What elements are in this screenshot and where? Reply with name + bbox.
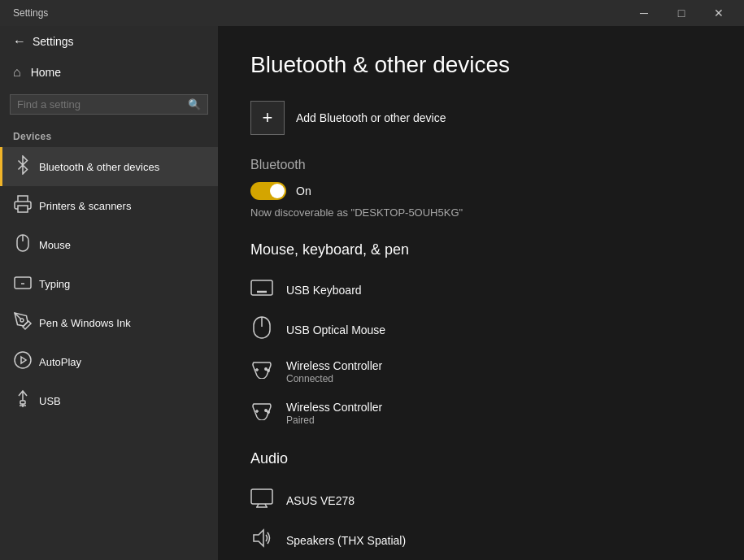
svg-rect-15 [251, 280, 272, 295]
sidebar-item-mouse-label: Mouse [39, 239, 71, 251]
svg-rect-14 [20, 401, 25, 404]
back-arrow-icon: ← [13, 34, 26, 49]
sidebar-item-bluetooth[interactable]: Bluetooth & other devices [0, 147, 218, 186]
asus-monitor-name: ASUS VE278 [286, 494, 355, 507]
audio-section-title: Audio [250, 450, 711, 467]
bluetooth-toggle[interactable] [250, 182, 286, 200]
plus-icon: + [263, 107, 273, 128]
asus-monitor-info: ASUS VE278 [286, 494, 355, 507]
sidebar-item-autoplay[interactable]: AutoPlay [0, 342, 218, 381]
gamepad-icon-2 [250, 402, 273, 424]
device-item-asus-monitor[interactable]: ASUS VE278 [250, 480, 711, 520]
svg-point-31 [265, 368, 267, 370]
toggle-knob [270, 184, 285, 198]
printer-icon [13, 194, 29, 217]
controller1-name: Wireless Controller [286, 359, 382, 372]
main-layout: ← Settings ⌂ Home 🔍 Devices Bluetooth & … [0, 26, 744, 560]
toggle-label: On [296, 184, 311, 198]
search-box[interactable]: 🔍 [10, 94, 208, 115]
svg-rect-37 [251, 489, 272, 504]
autoplay-icon [13, 350, 29, 373]
svg-point-35 [265, 410, 267, 411]
svg-marker-13 [21, 357, 26, 363]
bluetooth-icon [13, 155, 29, 178]
sidebar-item-mouse[interactable]: Mouse [0, 225, 218, 264]
mouse-icon [13, 233, 29, 256]
device-item-controller2[interactable]: Wireless Controller Paired [250, 393, 711, 434]
svg-point-36 [268, 411, 269, 413]
title-bar: Settings ─ □ ✕ [0, 0, 744, 26]
usb-keyboard-info: USB Keyboard [286, 284, 362, 297]
mouse-device-icon [250, 316, 273, 343]
svg-marker-41 [254, 530, 263, 546]
sidebar-item-usb[interactable]: USB [0, 381, 218, 420]
controller2-name: Wireless Controller [286, 401, 382, 414]
sidebar-item-pen[interactable]: Pen & Windows Ink [0, 303, 218, 342]
speaker-icon [250, 528, 273, 552]
add-device-icon-box: + [250, 101, 285, 135]
home-icon: ⌂ [13, 65, 21, 80]
window-controls: ─ □ ✕ [625, 0, 737, 26]
sidebar-title: Settings [33, 35, 74, 48]
svg-rect-3 [15, 277, 31, 289]
page-title: Bluetooth & other devices [250, 52, 711, 78]
sidebar-item-printers-label: Printers & scanners [39, 200, 131, 212]
back-button[interactable]: ← Settings [0, 26, 218, 57]
speakers-info: Speakers (THX Spatial) [286, 534, 406, 547]
device-item-speakers[interactable]: Speakers (THX Spatial) [250, 520, 711, 560]
add-device-label: Add Bluetooth or other device [296, 111, 446, 124]
controller2-status: Paired [286, 415, 382, 426]
app-title: Settings [13, 7, 625, 19]
sidebar: ← Settings ⌂ Home 🔍 Devices Bluetooth & … [0, 26, 218, 560]
svg-point-32 [268, 370, 269, 371]
usb-icon [13, 389, 29, 412]
svg-rect-0 [18, 206, 28, 212]
usb-mouse-name: USB Optical Mouse [286, 323, 385, 336]
speakers-name: Speakers (THX Spatial) [286, 534, 406, 547]
bluetooth-section-heading: Bluetooth [250, 158, 711, 172]
controller2-info: Wireless Controller Paired [286, 401, 382, 426]
minimize-button[interactable]: ─ [625, 0, 663, 26]
usb-keyboard-name: USB Keyboard [286, 284, 362, 297]
mouse-keyboard-section-title: Mouse, keyboard, & pen [250, 241, 711, 258]
bluetooth-toggle-row: On [250, 182, 711, 200]
sidebar-item-typing-label: Typing [39, 278, 70, 290]
usb-mouse-info: USB Optical Mouse [286, 323, 385, 336]
add-device-button[interactable]: + Add Bluetooth or other device [250, 101, 711, 135]
sidebar-item-autoplay-label: AutoPlay [39, 356, 81, 368]
sidebar-item-home[interactable]: ⌂ Home [0, 57, 218, 88]
sidebar-item-bluetooth-label: Bluetooth & other devices [39, 161, 159, 173]
home-label: Home [31, 66, 61, 79]
svg-point-11 [20, 319, 24, 322]
content-area: Bluetooth & other devices + Add Bluetoot… [218, 26, 744, 560]
pen-icon [13, 311, 29, 334]
search-input[interactable] [17, 98, 183, 111]
controller1-info: Wireless Controller Connected [286, 359, 382, 384]
gamepad-icon-1 [250, 361, 273, 383]
controller1-status: Connected [286, 373, 382, 384]
sidebar-item-typing[interactable]: Typing [0, 264, 218, 303]
maximize-button[interactable]: □ [663, 0, 700, 26]
monitor-icon [250, 488, 273, 512]
sidebar-item-printers[interactable]: Printers & scanners [0, 186, 218, 225]
keyboard-device-icon [250, 280, 273, 300]
search-icon: 🔍 [188, 98, 201, 111]
sidebar-item-usb-label: USB [39, 395, 61, 407]
close-button[interactable]: ✕ [700, 0, 737, 26]
svg-point-12 [15, 352, 31, 368]
discoverable-text: Now discoverable as "DESKTOP-5OUH5KG" [250, 206, 711, 219]
device-item-usb-mouse[interactable]: USB Optical Mouse [250, 308, 711, 351]
sidebar-section-label: Devices [0, 121, 218, 147]
device-item-controller1[interactable]: Wireless Controller Connected [250, 351, 711, 393]
device-item-usb-keyboard[interactable]: USB Keyboard [250, 271, 711, 308]
sidebar-item-pen-label: Pen & Windows Ink [39, 317, 131, 329]
typing-icon [13, 272, 29, 295]
